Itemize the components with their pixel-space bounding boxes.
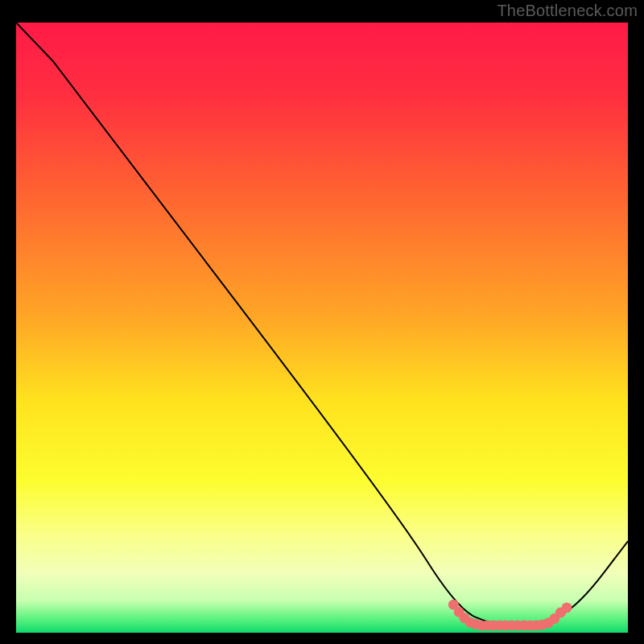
optimal-marker bbox=[562, 602, 572, 613]
optimal-markers bbox=[448, 600, 572, 631]
chart-frame: TheBottleneck.com bbox=[0, 0, 644, 644]
attribution-text: TheBottleneck.com bbox=[497, 2, 638, 20]
bottleneck-curve bbox=[16, 23, 628, 625]
plot-area bbox=[16, 23, 628, 633]
chart-svg bbox=[16, 23, 628, 633]
